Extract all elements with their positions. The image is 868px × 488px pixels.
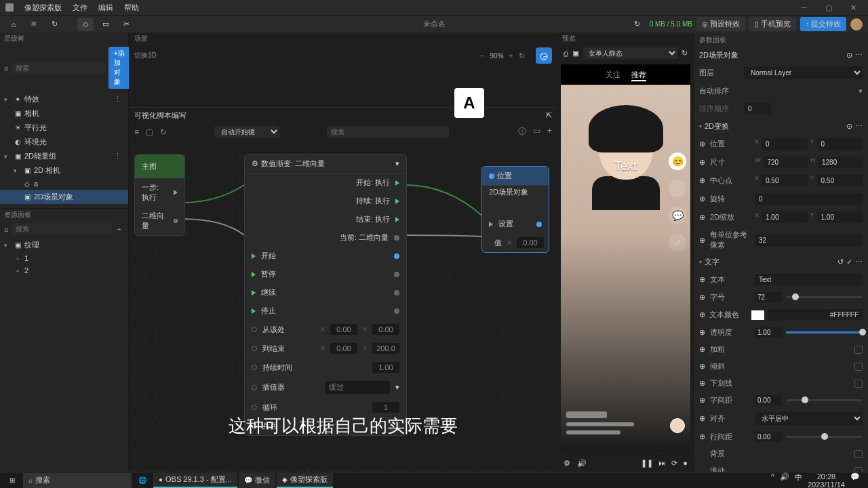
info-icon[interactable]: ⓘ [518,126,526,138]
mode-node-icon[interactable]: ◇ [77,18,94,31]
taskbar-app[interactable]: ◆ 像塑探索版 [277,473,333,488]
taskbar-obs[interactable]: ● OBS 29.1.3 - 配置... [153,473,237,488]
lineheight-value[interactable]: 0.00 [755,432,782,442]
record-icon[interactable]: ● [683,459,688,468]
volume-icon[interactable]: 🔊 [577,459,587,468]
emoji-button[interactable]: 😊 [669,152,686,170]
comment-button[interactable]: 💬 [669,207,686,224]
size-h[interactable] [818,157,863,168]
fontsize-slider[interactable] [786,296,863,298]
text-input[interactable] [755,274,863,285]
toggle-3d[interactable]: 切换3D [134,51,157,60]
pos-x[interactable] [762,138,807,150]
refresh-icon[interactable]: ↻ [682,49,688,58]
rotation-input[interactable] [755,193,863,205]
add-object-button[interactable]: +添加对象 [108,47,130,89]
panel-icon[interactable]: ▭ [533,126,540,138]
tree-item[interactable]: ▾✦特效⋮ [0,92,128,106]
graph-node-position[interactable]: 位置 2D场景对象 设置 值X0.00 [481,166,549,253]
underline-checkbox[interactable] [854,380,863,388]
tree-item[interactable]: ▫1 [0,252,128,264]
list-icon[interactable]: ≡ [134,127,139,137]
lock-icon[interactable]: ▣ [572,49,579,58]
pivot-y[interactable] [817,175,863,186]
tab-follow[interactable]: 关注 [606,70,620,81]
add-resource-button[interactable]: + [115,225,124,233]
tree-item[interactable]: ☀平行光 [0,121,128,135]
mode-cut-icon[interactable]: ✂ [118,18,134,31]
tab-recommend[interactable]: 推荐 [631,70,646,81]
loop-icon[interactable]: ⟳ [671,459,677,468]
refresh-icon[interactable]: ↻ [519,52,525,60]
box-icon[interactable]: ▢ [146,127,153,137]
section-2d-transform[interactable]: 2D变换 [705,121,729,131]
align-select[interactable]: 水平居中 [755,412,863,425]
resources-search[interactable] [12,223,112,235]
hierarchy-search[interactable] [12,62,106,74]
zoom-in[interactable]: + [509,52,513,60]
app-tile-icon[interactable]: ◶ [536,47,552,64]
spacing-value[interactable]: 0.00 [755,395,782,405]
sync-icon[interactable]: ↻ [629,18,646,31]
graph-icon[interactable]: ⚛ [26,18,42,31]
more-icon[interactable]: ⋯ [855,51,863,60]
pin-icon[interactable]: ⊙ [846,51,852,60]
tree-item-selected[interactable]: ▣2D场景对象 [0,190,128,204]
taskbar-wechat[interactable]: 💬 微信 [239,473,275,488]
layer-select[interactable]: Normal Layer [744,66,863,79]
pause-button[interactable]: ❚❚ [641,459,653,468]
submit-button[interactable]: ↑ 提交特效 [800,17,846,31]
preset-button[interactable]: ◎ 预设特效 [696,17,745,31]
start-button[interactable]: ⊞ [3,473,22,488]
lineheight-slider[interactable] [786,436,863,438]
like-button[interactable]: ♡ [669,180,686,197]
menu-edit[interactable]: 编辑 [98,3,113,13]
user-avatar[interactable] [850,18,863,30]
tree-item[interactable]: ◇a [0,178,128,190]
tree-item[interactable]: ▣相机 [0,106,128,121]
taskbar-search[interactable]: ⌕ 搜索 [23,473,132,488]
spacing-slider[interactable] [786,399,863,401]
scroll-checkbox[interactable] [854,467,863,472]
system-tray[interactable]: ^🔊中 20:282023/11/14 💬 [766,472,865,489]
zoom-out[interactable]: − [480,52,484,60]
tree-item[interactable]: ▫2 [0,264,128,277]
italic-checkbox[interactable] [854,363,863,371]
preview-scene-select[interactable]: 女单人静态 [583,47,677,59]
ppu-input[interactable] [755,235,863,246]
tree-item[interactable]: ▾▣2D 相机 [0,163,128,178]
graph-node-tween[interactable]: ⚙数值渐变: 二维向量▾ 开始: 执行 持续: 执行 结束: 执行 当前: 二维… [244,154,407,436]
text-node-preview[interactable]: A [454,88,484,118]
autoplay-select[interactable]: 自动开始循 [214,126,279,138]
order-input[interactable] [744,103,771,115]
menu-file[interactable]: 文件 [73,3,87,13]
popout-icon[interactable]: ⇱ [546,111,552,120]
pivot-x[interactable] [762,175,807,186]
phone-preview-button[interactable]: ▯ 手机预览 [749,17,796,31]
color-swatch[interactable] [751,310,764,320]
add-node-icon[interactable]: + [547,126,552,138]
refresh-icon[interactable]: ↻ [46,18,62,31]
share-button[interactable]: ↗ [669,234,686,251]
menu-help[interactable]: 帮助 [124,3,139,13]
alpha-value[interactable]: 1.00 [755,327,782,338]
close-button[interactable]: ✕ [844,1,863,14]
settings-icon[interactable]: ⚙ [564,459,570,468]
alpha-slider[interactable] [786,331,863,333]
graph-node[interactable]: 主图 一步: 执行 二维向量 [134,154,185,236]
tree-item[interactable]: ◐环境光 [0,135,128,149]
graph-search[interactable] [327,126,449,138]
home-icon[interactable]: ⌂ [5,18,22,31]
mode-rect-icon[interactable]: ▭ [98,18,114,31]
maximize-button[interactable]: ▢ [819,1,838,14]
minimize-button[interactable]: ─ [795,1,814,14]
camera-icon[interactable]: ⎙ [564,49,568,58]
tree-item[interactable]: ▾▣2D能量组⋮ [0,149,128,163]
bold-checkbox[interactable] [854,346,863,354]
next-button[interactable]: ⏭ [658,459,666,468]
section-text[interactable]: 文字 [705,257,719,267]
fontsize-value[interactable]: 72 [755,292,782,302]
node-graph[interactable]: 主图 一步: 执行 二维向量 ⚙数值渐变: 二维向量▾ 开始: 执行 持续: 执… [129,140,557,472]
tree-item[interactable]: ▾▣纹理 [0,238,128,252]
taskbar-chrome[interactable]: 🌐 [133,473,152,488]
